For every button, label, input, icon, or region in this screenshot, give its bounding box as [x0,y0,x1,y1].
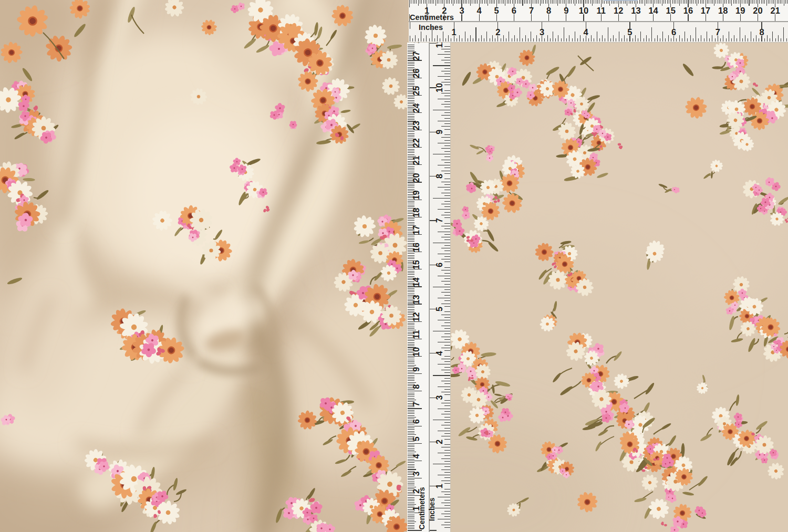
svg-text:17: 17 [701,6,710,15]
svg-text:18: 18 [412,208,421,217]
svg-text:9: 9 [564,6,568,15]
svg-text:Inches: Inches [419,23,443,32]
svg-text:1: 1 [435,484,444,488]
svg-text:14: 14 [412,277,421,287]
svg-text:21: 21 [412,155,421,165]
svg-text:8: 8 [412,384,421,389]
svg-text:13: 13 [631,6,640,15]
svg-text:3: 3 [459,6,464,15]
svg-text:6: 6 [671,27,676,37]
svg-text:16: 16 [683,6,693,15]
svg-text:3: 3 [412,471,421,476]
svg-text:24: 24 [412,103,421,113]
svg-text:22: 22 [412,138,421,148]
svg-text:7: 7 [412,402,421,406]
svg-text:5: 5 [494,6,499,15]
svg-text:15: 15 [412,260,421,269]
svg-text:17: 17 [412,225,421,235]
svg-text:10: 10 [412,347,421,357]
svg-text:Centimeters: Centimeters [410,13,454,22]
svg-text:26: 26 [412,69,421,78]
svg-text:18: 18 [718,6,728,15]
svg-text:19: 19 [412,191,421,200]
svg-text:7: 7 [529,6,534,15]
svg-text:19: 19 [735,6,745,15]
svg-text:4: 4 [435,351,444,356]
svg-text:8: 8 [759,27,764,37]
svg-text:6: 6 [512,6,516,15]
svg-text:3: 3 [540,27,544,37]
svg-text:8: 8 [435,174,444,179]
svg-text:25: 25 [412,86,421,96]
svg-text:3: 3 [435,395,444,400]
svg-text:5: 5 [412,436,421,441]
svg-text:4: 4 [412,454,421,458]
svg-text:14: 14 [648,6,658,15]
svg-text:4: 4 [477,6,482,15]
svg-text:15: 15 [666,6,676,15]
svg-text:20: 20 [753,6,762,15]
svg-text:7: 7 [716,27,720,37]
svg-text:1: 1 [452,27,457,37]
svg-text:2: 2 [495,27,500,37]
svg-text:8: 8 [546,6,551,15]
svg-text:23: 23 [412,121,421,130]
svg-text:11: 11 [412,330,421,339]
svg-text:27: 27 [412,51,421,61]
svg-text:10: 10 [435,83,444,92]
svg-text:7: 7 [435,218,444,223]
svg-text:12: 12 [412,312,421,322]
svg-text:10: 10 [579,6,588,15]
svg-text:21: 21 [771,6,780,15]
svg-text:13: 13 [412,295,421,305]
svg-text:12: 12 [614,6,623,15]
svg-text:2: 2 [435,440,444,444]
svg-text:5: 5 [435,307,444,311]
svg-text:9: 9 [412,367,421,372]
svg-text:16: 16 [412,243,421,252]
svg-text:4: 4 [584,27,589,37]
svg-text:20: 20 [412,173,421,183]
svg-text:6: 6 [435,263,444,267]
svg-text:Inches: Inches [428,498,436,521]
svg-text:6: 6 [412,419,421,424]
svg-text:5: 5 [627,27,632,37]
svg-text:Centimeters: Centimeters [418,487,426,529]
svg-text:9: 9 [435,130,444,134]
svg-text:11: 11 [596,6,605,15]
